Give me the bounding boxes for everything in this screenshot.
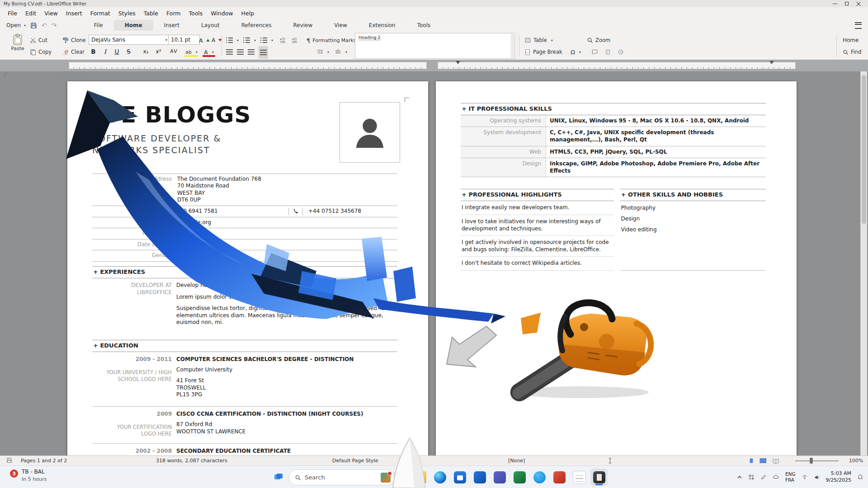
justify-button[interactable] (259, 46, 268, 59)
tab-review[interactable]: Review (282, 20, 323, 31)
grow-font-button[interactable]: A (199, 35, 210, 45)
shrink-font-button[interactable]: A (212, 35, 222, 45)
menu-view[interactable]: View (40, 9, 62, 18)
menu-styles[interactable]: Styles (114, 9, 140, 18)
tab-insert[interactable]: Insert (153, 20, 190, 31)
page-style[interactable]: Default Page Style (332, 458, 378, 464)
notification-badge[interactable]: 3 (10, 469, 18, 478)
clear-formatting-button[interactable]: Clear (62, 47, 85, 57)
menu-format[interactable]: Format (86, 9, 114, 18)
font-size-select[interactable]: 10.1 pt (168, 35, 200, 45)
view-single-page-button[interactable] (748, 458, 754, 464)
taskbar-app-skype[interactable] (531, 469, 548, 486)
taskbar-app-excel[interactable] (511, 469, 528, 486)
undo-icon[interactable]: ↶ (42, 22, 47, 29)
tab-extension[interactable]: Extension (358, 20, 406, 31)
text-language[interactable]: [None] (508, 458, 525, 464)
taskbar-app-edge[interactable] (431, 469, 448, 486)
insert-table-button[interactable]: Table ▾ (524, 35, 553, 45)
view-book-button[interactable] (772, 458, 779, 464)
subscript-button[interactable]: x₂ (141, 47, 151, 56)
search-highlights-thumbnail[interactable] (381, 473, 391, 483)
outline-list-button[interactable]: ▾ (260, 35, 273, 45)
highlight-color-button[interactable]: ab▾ (184, 47, 198, 57)
cloud-icon[interactable] (773, 474, 779, 480)
italic-button[interactable]: I (100, 47, 110, 56)
hyperlink-button[interactable] (618, 47, 624, 57)
special-character-button[interactable]: Ω ▾ (571, 47, 581, 57)
cv-page-1[interactable]: JOE BLOGGS SOFTWARE DEVELOPER & NETWORKS… (67, 81, 428, 455)
decrease-indent-button[interactable] (291, 35, 298, 45)
taskbar-app-store[interactable] (451, 469, 468, 486)
word-count[interactable]: 318 words, 2,087 characters (156, 458, 227, 464)
taskbar-app-libreoffice-active[interactable] (590, 469, 608, 486)
menu-window[interactable]: Window (207, 9, 237, 18)
taskbar-app-outlook[interactable] (471, 469, 488, 486)
menu-tools[interactable]: Tools (184, 9, 207, 18)
save-icon[interactable] (30, 22, 37, 29)
save-status-icon[interactable] (6, 457, 12, 463)
taskbar-notification-title[interactable]: TB - BAL (22, 469, 45, 475)
menu-icon[interactable] (855, 22, 862, 29)
find-button[interactable]: Find (843, 47, 862, 57)
align-right-button[interactable] (248, 47, 255, 57)
tab-references[interactable]: References (231, 20, 283, 31)
character-spacing-button[interactable]: AV (169, 47, 179, 56)
scrollbar-thumb[interactable] (862, 75, 866, 224)
menu-edit[interactable]: Edit (21, 9, 40, 18)
paste-button[interactable]: Paste (7, 34, 28, 52)
cut-button[interactable]: Cut (30, 35, 47, 45)
view-multi-page-button[interactable] (760, 458, 767, 464)
zoom-percent[interactable]: 100% (849, 458, 863, 464)
menu-file[interactable]: File (4, 9, 21, 18)
selection-mode-icon[interactable] (608, 457, 612, 464)
open-button[interactable]: Open▾ (6, 22, 26, 28)
vertical-scrollbar[interactable] (860, 71, 867, 455)
superscript-button[interactable]: x² (154, 47, 163, 56)
page-count[interactable]: Pages 1 and 2 of 2 (21, 458, 67, 464)
align-center-button[interactable] (237, 47, 244, 57)
font-color-button[interactable]: A▾ (203, 47, 215, 57)
paragraph-style-preview[interactable]: Heading 2 (355, 33, 515, 59)
zoom-slider[interactable] (789, 456, 839, 466)
taskbar-app-red[interactable] (551, 469, 568, 486)
maximize-button[interactable] (844, 1, 849, 6)
page-break-button[interactable]: Page Break (524, 47, 562, 57)
insert-field-button[interactable] (605, 47, 611, 57)
zoom-slider-track[interactable] (795, 460, 839, 461)
tab-file[interactable]: File (83, 20, 114, 31)
indent-marker-right[interactable] (769, 61, 774, 64)
document-area[interactable]: JOE BLOGGS SOFTWARE DEVELOPER & NETWORKS… (0, 71, 868, 455)
taskbar-app-file-explorer[interactable] (411, 469, 429, 486)
increase-indent-button[interactable] (279, 35, 286, 45)
menu-help[interactable]: Help (237, 9, 259, 18)
cv-page-2[interactable]: + IT PROFESSIONAL SKILLS Operating syste… (436, 81, 797, 455)
taskbar-app-writer-document[interactable] (392, 469, 409, 486)
bullet-list-button[interactable]: ▾ (226, 35, 239, 45)
line-spacing-button[interactable]: ▾ (316, 47, 329, 57)
underline-button[interactable]: U (112, 47, 122, 56)
paragraph-spacing-button[interactable]: ▾ (335, 47, 347, 57)
copy-button[interactable]: Copy (30, 47, 52, 57)
formatting-marks-toggle[interactable]: ¶ Formatting Marks (307, 35, 356, 45)
wifi-icon[interactable] (802, 474, 808, 480)
bold-button[interactable]: B (89, 47, 98, 56)
numbered-list-button[interactable]: ▾ (243, 35, 256, 45)
tab-view[interactable]: View (323, 20, 358, 31)
search-bar[interactable]: Search (289, 469, 395, 485)
chevron-up-icon[interactable] (737, 475, 742, 479)
menu-form[interactable]: Form (162, 9, 185, 18)
horizontal-ruler[interactable] (0, 60, 868, 71)
minimize-button[interactable] (833, 1, 837, 6)
zoom-button[interactable]: Zoom (587, 35, 610, 45)
clone-formatting-button[interactable]: Clone (62, 35, 86, 45)
widgets-icon[interactable] (748, 474, 755, 480)
close-button[interactable] (856, 1, 861, 6)
align-left-button[interactable] (226, 47, 233, 57)
insert-comment-button[interactable] (591, 47, 598, 57)
taskbar-app-notepad[interactable] (571, 469, 588, 486)
tab-home[interactable]: Home (114, 20, 153, 31)
taskbar-app-teams[interactable] (491, 469, 508, 486)
notification-bell-icon[interactable] (857, 474, 863, 480)
tab-layout[interactable]: Layout (190, 20, 231, 31)
